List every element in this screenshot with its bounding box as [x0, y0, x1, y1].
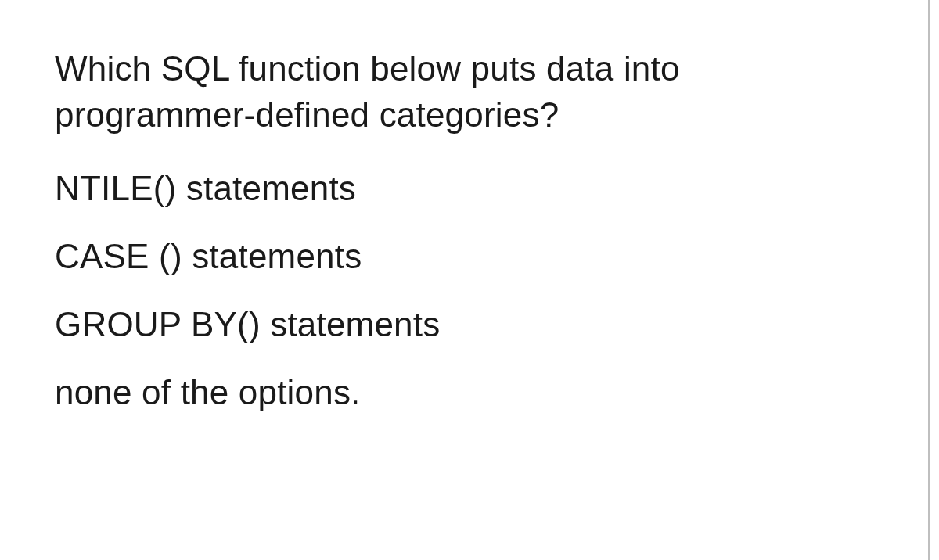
- option-4[interactable]: none of the options.: [55, 371, 884, 414]
- question-text: Which SQL function below puts data into …: [55, 45, 884, 138]
- option-2[interactable]: CASE () statements: [55, 235, 884, 278]
- option-1[interactable]: NTILE() statements: [55, 167, 884, 210]
- right-border-line: [928, 0, 930, 560]
- option-3[interactable]: GROUP BY() statements: [55, 303, 884, 346]
